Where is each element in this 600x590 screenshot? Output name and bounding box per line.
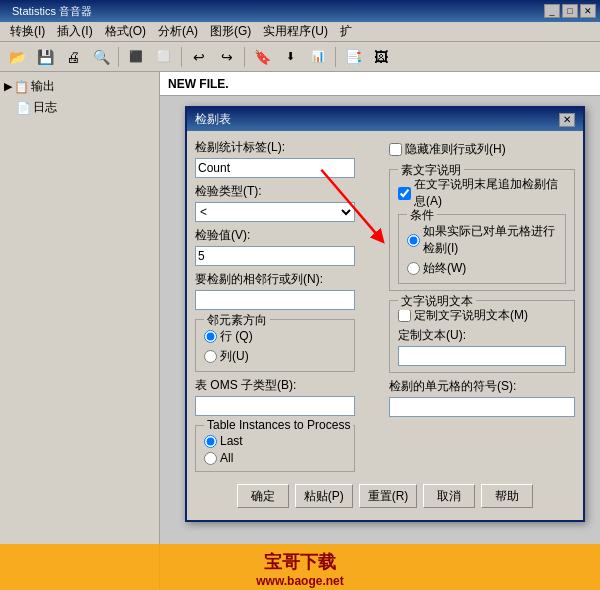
- direction-col-option: 列(U): [204, 348, 346, 365]
- redo-button[interactable]: ↪: [214, 45, 240, 69]
- tool6[interactable]: ⬜: [151, 45, 177, 69]
- instances-all-label: All: [220, 451, 233, 465]
- instances-last-label: Last: [220, 434, 243, 448]
- value-input[interactable]: [195, 246, 355, 266]
- watermark: 宝哥下载 www.baoge.net: [0, 544, 600, 590]
- watermark-sub: www.baoge.net: [0, 574, 600, 588]
- menu-convert[interactable]: 转换(I): [4, 21, 51, 42]
- save-button[interactable]: 💾: [32, 45, 58, 69]
- separator-4: [335, 47, 336, 67]
- check-table-dialog: 检剔表 ✕ 检剔统计标签(L):: [185, 106, 585, 522]
- dialog-title-bar: 检剔表 ✕: [187, 108, 583, 131]
- menu-graph[interactable]: 图形(G): [204, 21, 257, 42]
- close-button[interactable]: ✕: [580, 4, 596, 18]
- watermark-main: 宝哥下载: [0, 550, 600, 574]
- cell-symbol-input[interactable]: [389, 397, 575, 417]
- dialog-body: 检剔统计标签(L): 检验类型(T): < <= = >=: [187, 131, 583, 520]
- condition-group: 条件 如果实际已对单元格进行检剔(I): [398, 214, 566, 284]
- rowcol-input[interactable]: [195, 290, 355, 310]
- direction-row-label: 行 (Q): [220, 328, 253, 345]
- tool5[interactable]: ⬛: [123, 45, 149, 69]
- instances-last-radio[interactable]: [204, 435, 217, 448]
- direction-row-radio[interactable]: [204, 330, 217, 343]
- cancel-button[interactable]: 取消: [423, 484, 475, 508]
- app-title: Statistics 音音器: [4, 4, 544, 19]
- value-label: 检验值(V):: [195, 227, 381, 244]
- menu-utilities[interactable]: 实用程序(U): [257, 21, 334, 42]
- dialog-title-text: 检剔表: [195, 111, 231, 128]
- tool10[interactable]: 🔖: [249, 45, 275, 69]
- output-label: 输出: [31, 78, 55, 95]
- cell-desc-group: 素文字说明 在文字说明末尾追加检剔信息(A) 条件: [389, 169, 575, 291]
- menu-format[interactable]: 格式(O): [99, 21, 152, 42]
- add-info-row: 在文字说明末尾追加检剔信息(A): [398, 176, 566, 210]
- help-button[interactable]: 帮助: [481, 484, 533, 508]
- left-fields: 检剔统计标签(L): 检验类型(T): < <= = >=: [195, 139, 381, 472]
- value-field-row: 检验值(V):: [195, 227, 381, 266]
- add-info-checkbox[interactable]: [398, 187, 411, 200]
- tree-item-log[interactable]: 📄 日志: [16, 97, 155, 118]
- add-info-label: 在文字说明末尾追加检剔信息(A): [414, 176, 566, 210]
- log-icon: 📄: [16, 101, 31, 115]
- menu-bar: 转换(I) 插入(I) 格式(O) 分析(A) 图形(G) 实用程序(U) 扩: [0, 22, 600, 42]
- condition-radio-group: 如果实际已对单元格进行检剔(I) 始终(W): [407, 221, 557, 277]
- tag-field-row: 检剔统计标签(L):: [195, 139, 381, 178]
- custom-input[interactable]: [398, 346, 566, 366]
- instances-all-radio[interactable]: [204, 452, 217, 465]
- tag-input[interactable]: [195, 158, 355, 178]
- custom-text-checkbox[interactable]: [398, 309, 411, 322]
- tool12[interactable]: 📊: [305, 45, 331, 69]
- condition-if-option: 如果实际已对单元格进行检剔(I): [407, 223, 557, 257]
- cell-symbol-label: 检剔的单元格的符号(S):: [389, 378, 575, 395]
- condition-always-radio[interactable]: [407, 262, 420, 275]
- condition-always-label: 始终(W): [423, 260, 466, 277]
- title-bar: Statistics 音音器 _ □ ✕: [0, 0, 600, 22]
- hide-rows-checkbox[interactable]: [389, 143, 402, 156]
- button-row: 确定 粘贴(P) 重置(R) 取消 帮助: [195, 478, 575, 512]
- condition-if-radio[interactable]: [407, 234, 420, 247]
- tool14[interactable]: 🖼: [368, 45, 394, 69]
- output-icon: ▶: [4, 80, 12, 93]
- maximize-button[interactable]: □: [562, 4, 578, 18]
- cell-desc-title: 素文字说明: [398, 162, 464, 179]
- type-select[interactable]: < <= = >= > ≠: [195, 202, 355, 222]
- direction-radio-group: 行 (Q) 列(U): [204, 326, 346, 365]
- output-folder-icon: 📋: [14, 80, 29, 94]
- instances-group-title: Table Instances to Process: [204, 418, 353, 432]
- condition-title: 条件: [407, 207, 437, 224]
- reset-button[interactable]: 重置(R): [359, 484, 418, 508]
- menu-expand[interactable]: 扩: [334, 21, 358, 42]
- undo-button[interactable]: ↩: [186, 45, 212, 69]
- instances-group: Table Instances to Process Last All: [195, 425, 355, 472]
- new-file-label: NEW FILE.: [168, 77, 229, 91]
- paste-button[interactable]: 粘贴(P): [295, 484, 353, 508]
- tool13[interactable]: 📑: [340, 45, 366, 69]
- direction-col-radio[interactable]: [204, 350, 217, 363]
- separator-1: [118, 47, 119, 67]
- type-field-row: 检验类型(T): < <= = >= > ≠: [195, 183, 381, 222]
- menu-insert[interactable]: 插入(I): [51, 21, 98, 42]
- search-button[interactable]: 🔍: [88, 45, 114, 69]
- right-panel: NEW FILE. 检剔表 ✕: [160, 72, 600, 590]
- open-button[interactable]: 📂: [4, 45, 30, 69]
- cell-desc-content: 在文字说明末尾追加检剔信息(A) 条件 如果实际已对单元格进行检剔(I): [398, 176, 566, 284]
- hide-rows-label: 隐藏准则行或列(H): [405, 141, 506, 158]
- log-label: 日志: [33, 99, 57, 116]
- minimize-button[interactable]: _: [544, 4, 560, 18]
- print-button[interactable]: 🖨: [60, 45, 86, 69]
- oms-subtype-input[interactable]: [195, 396, 355, 416]
- separator-2: [181, 47, 182, 67]
- condition-if-label: 如果实际已对单元格进行检剔(I): [423, 223, 557, 257]
- custom-input-row: 定制文本(U):: [398, 327, 566, 366]
- dialog-top-section: 检剔统计标签(L): 检验类型(T): < <= = >=: [195, 139, 575, 472]
- ok-button[interactable]: 确定: [237, 484, 289, 508]
- dialog-close-button[interactable]: ✕: [559, 113, 575, 127]
- cell-symbol-row: 检剔的单元格的符号(S):: [389, 378, 575, 417]
- direction-group: 邻元素方向 行 (Q) 列(U): [195, 319, 355, 372]
- menu-analyze[interactable]: 分析(A): [152, 21, 204, 42]
- separator-3: [244, 47, 245, 67]
- text-desc-title: 文字说明文本: [398, 293, 476, 310]
- tree-item-output[interactable]: ▶ 📋 输出: [4, 76, 155, 97]
- tool11[interactable]: ⬇: [277, 45, 303, 69]
- text-desc-group: 文字说明文本 定制文字说明文本(M) 定制文本(U):: [389, 300, 575, 373]
